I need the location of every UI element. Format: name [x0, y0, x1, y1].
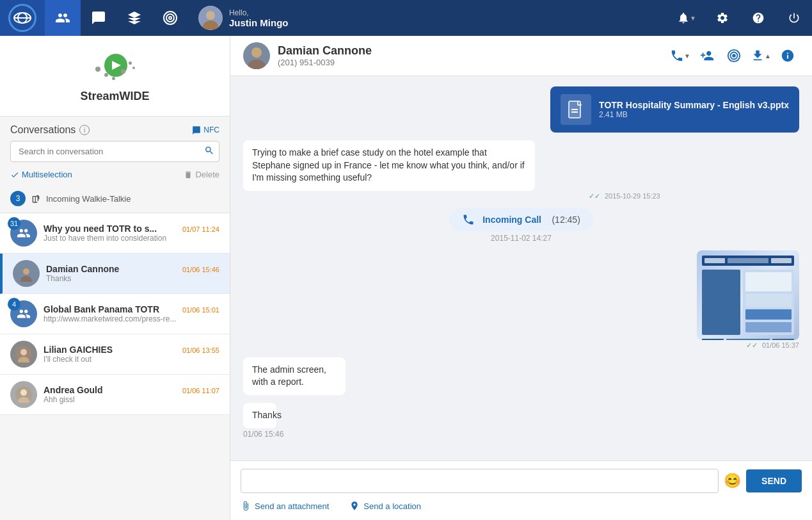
conversation-item-0[interactable]: 31 Why you need TOTR to s... 01/07 11:24…: [0, 213, 230, 254]
attachment-file-icon: [561, 94, 591, 125]
svg-point-10: [23, 268, 29, 275]
conv-avatar-2: 4: [10, 300, 37, 327]
call-timestamp: 2015-11-02 14:27: [449, 234, 593, 243]
download-action-btn[interactable]: ▲: [749, 44, 772, 67]
multiselect-btn[interactable]: Multiselection: [10, 170, 72, 179]
nav-target-btn[interactable]: [152, 0, 188, 36]
walkie-talkie-item[interactable]: 3 Incoming Walkie-Talkie: [0, 184, 230, 213]
svg-point-16: [20, 389, 27, 396]
user-info-btn[interactable]: [776, 44, 799, 67]
message-input[interactable]: [241, 469, 719, 493]
conversations-info-icon[interactable]: i: [79, 125, 90, 135]
attachment-details: TOTR Hospitality Summary - English v3.pp…: [599, 100, 789, 119]
search-submit-btn[interactable]: [204, 145, 214, 158]
conversation-item-3[interactable]: Lilian GAICHIES 01/06 13:55 I'll check i…: [0, 334, 230, 375]
conv-content-2: Global Bank Panama TOTR 01/06 15:01 http…: [44, 304, 219, 323]
chat-panel: Damian Cannone (201) 951-0039 ▼ ▲: [230, 36, 812, 520]
user-text: Hello, Justin Mingo: [229, 8, 289, 28]
conversation-item-2[interactable]: 4 Global Bank Panama TOTR 01/06 15:01 ht…: [0, 294, 230, 334]
logo-animation: [93, 49, 138, 87]
conv-header-4: Andrea Gould 01/06 11:07: [44, 385, 219, 395]
power-btn[interactable]: [776, 0, 812, 36]
target-action-btn[interactable]: [722, 44, 745, 67]
svg-point-5: [169, 17, 171, 19]
dot-3: [112, 77, 115, 80]
chat-input-area: 😊 SEND Send an attachment Send a locatio…: [230, 460, 812, 520]
call-label: Incoming Call: [482, 215, 541, 225]
chat-contact-phone: (201) 951-0039: [278, 58, 669, 67]
nav-contacts-btn[interactable]: [45, 0, 81, 36]
conversations-header: Conversations i NFC: [0, 117, 230, 141]
top-right-actions: ▼: [669, 0, 812, 36]
delete-btn[interactable]: Delete: [184, 170, 219, 179]
conv-header-3: Lilian GAICHIES 01/06 13:55: [44, 345, 219, 355]
conv-header-1: Damian Cannone 01/06 15:46: [46, 264, 219, 274]
search-input[interactable]: [10, 141, 219, 162]
read-checkmarks-1: ✓✓: [589, 192, 600, 200]
dot-1: [95, 67, 100, 72]
chat-contact-name: Damian Cannone: [278, 44, 669, 58]
message-image: ✓✓ 01/06 15:37: [697, 250, 799, 350]
sidebar-logo-area: StreamWIDE: [0, 36, 230, 117]
notifications-btn[interactable]: ▼: [669, 0, 705, 36]
conv-name-4: Andrea Gould: [44, 385, 103, 395]
chat-header-actions: ▼ ▲: [669, 44, 799, 67]
user-info-section: Hello, Justin Mingo: [188, 6, 669, 30]
message-image-content: [697, 250, 799, 340]
conv-badge-2: 4: [8, 298, 20, 311]
nfc-label: NFC: [203, 126, 219, 134]
search-box: [10, 141, 219, 162]
conv-avatar-3: [10, 341, 37, 368]
call-btn[interactable]: ▼: [669, 44, 692, 67]
attachment-filename: TOTR Hospitality Summary - English v3.pp…: [599, 100, 789, 110]
image-preview: [697, 250, 799, 340]
conv-content-0: Why you need TOTR to s... 01/07 11:24 Ju…: [44, 223, 219, 243]
message-timestamp-1: ✓✓ 2015-10-29 15:23: [243, 192, 660, 200]
conversations-title: Conversations i: [10, 124, 90, 136]
add-contact-btn[interactable]: [696, 44, 719, 67]
input-row: 😊 SEND: [241, 469, 802, 493]
message-received-1: Trying to make a brief case study on the…: [243, 140, 660, 200]
conv-name-3: Lilian GAICHIES: [44, 345, 113, 355]
message-bubble-received-5: Thanks: [243, 403, 276, 428]
nav-messages-btn[interactable]: [81, 0, 116, 36]
top-navigation: Hello, Justin Mingo ▼: [0, 0, 812, 36]
attachment-size: 2.41 MB: [599, 110, 789, 119]
nfc-button[interactable]: NFC: [192, 126, 219, 134]
send-button[interactable]: SEND: [746, 469, 802, 492]
svg-point-13: [20, 349, 27, 355]
conversation-item-1[interactable]: Damian Cannone 01/06 15:46 Thanks: [0, 254, 230, 294]
chat-header: Damian Cannone (201) 951-0039 ▼ ▲: [230, 36, 812, 76]
conv-badge-0: 31: [8, 217, 20, 230]
nav-layers-btn[interactable]: [116, 0, 152, 36]
send-attachment-btn[interactable]: Send an attachment: [241, 501, 329, 511]
settings-btn[interactable]: [705, 0, 740, 36]
call-duration: (12:45): [552, 215, 580, 225]
call-event: Incoming Call (12:45) 2015-11-02 14:27: [449, 208, 593, 243]
send-location-btn[interactable]: Send a location: [349, 501, 421, 511]
conv-header-2: Global Bank Panama TOTR 01/06 15:01: [44, 304, 219, 314]
svg-point-23: [733, 54, 735, 57]
user-name-text: Justin Mingo: [229, 17, 289, 28]
main-layout: StreamWIDE Conversations i NFC Multisele…: [0, 36, 812, 520]
conv-content-1: Damian Cannone 01/06 15:46 Thanks: [46, 264, 219, 283]
svg-point-19: [251, 47, 262, 58]
message-received-5: Thanks 01/06 15:46: [243, 403, 291, 439]
messages-area: TOTR Hospitality Summary - English v3.pp…: [230, 76, 812, 460]
svg-point-4: [166, 14, 174, 22]
conv-msg-3: I'll check it out: [44, 355, 219, 364]
svg-point-7: [206, 11, 215, 20]
chat-actions-row: Send an attachment Send a location: [241, 500, 802, 512]
message-bubble-received-4: The admin screen, with a report.: [243, 357, 346, 395]
app-logo: [0, 0, 45, 36]
call-bubble: Incoming Call (12:45): [449, 208, 593, 231]
user-avatar: [198, 6, 223, 30]
multiselect-bar: Multiselection Delete: [0, 167, 230, 184]
emoji-btn[interactable]: 😊: [724, 473, 741, 489]
walkie-badge: 3: [10, 191, 26, 206]
conv-msg-4: Ahh gissl: [44, 395, 219, 404]
dot-6: [132, 67, 135, 69]
conversation-item-4[interactable]: Andrea Gould 01/06 11:07 Ahh gissl: [0, 375, 230, 415]
dot-2: [104, 73, 108, 77]
help-btn[interactable]: [740, 0, 776, 36]
